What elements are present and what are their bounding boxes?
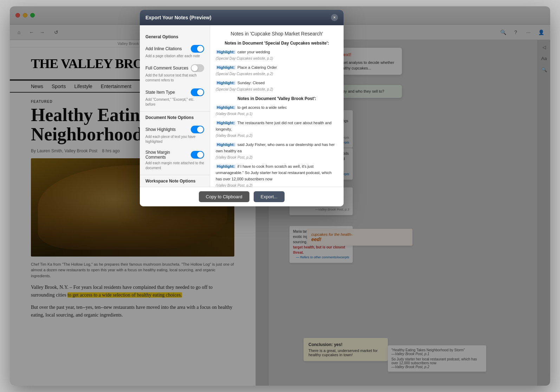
hl-label-4: Highlight: [216,105,236,109]
copy-to-clipboard-button[interactable]: Copy to Clipboard [199,191,249,202]
preview-title: Notes in 'Cupcake Shop Market Research' [216,31,338,36]
hl-label-5: Highlight: [216,121,236,125]
hl-label-1: Highlight: [216,50,236,54]
hl-source-4: (Valley Brook Post, p.1) [216,112,253,116]
hl-source-5: (Valley Brook Post, p.2) [216,134,253,138]
highlight-item-2: Highlight: Place a Catering Order (Speci… [216,64,338,77]
modal-header: Export Your Notes (Preview) × [140,10,344,25]
export-modal: Export Your Notes (Preview) × General Op… [140,10,344,206]
toggle-show-margin-comments[interactable] [191,151,204,159]
doc1-header: Notes in Document 'Special Day Cupcakes … [216,41,338,46]
toggle-inline-citations[interactable] [191,45,204,53]
option-inline-citations[interactable]: Add Inline Citations Add a page citation… [140,42,210,61]
modal-body: General Options Add Inline Citations Add… [140,25,344,187]
modal-footer: Copy to Clipboard Export... [140,187,344,206]
export-button[interactable]: Export... [254,191,285,202]
hl-text-3: Sunday: Closed [237,81,265,85]
option-show-margin-comments[interactable]: Show Margin Comments Add each margin not… [140,147,210,173]
highlight-item-6: Highlight: said Judy Fisher, who owns a … [216,141,338,160]
modal-overlay: Export Your Notes (Preview) × General Op… [10,6,550,386]
toggle-show-highlights[interactable] [191,126,204,133]
hl-source-7: (Valley Brook Post, p.2) [216,184,253,187]
general-options-title: General Options [140,32,210,42]
workspace-note-options-title: Workspace Note Options [140,177,210,186]
hl-label-6: Highlight: [216,142,236,147]
hl-source-3: (Special Day Cupcakes website, p.2) [216,87,273,91]
highlight-item-1: Highlight: cater your wedding (Special D… [216,48,338,61]
toggle-full-comment-sources[interactable] [191,64,204,72]
option-full-comment-sources[interactable]: Full Comment Sources Add the full source… [140,61,210,86]
modal-title: Export Your Notes (Preview) [145,15,211,20]
option-show-comments[interactable]: Show Comments Add each comment that is i… [140,186,210,187]
modal-preview-panel: Notes in 'Cupcake Shop Market Research' … [210,25,344,187]
highlight-item-7: Highlight: if I have to cook from scratc… [216,163,338,187]
option-state-item-type[interactable]: State Item Type Add "Comment," "Excerpt,… [140,86,210,110]
hl-label-7: Highlight: [216,164,236,168]
toggle-state-item-type[interactable] [191,88,204,96]
hl-text-2: Place a Catering Order [237,65,277,69]
hl-source-6: (Valley Brook Post, p.2) [216,155,253,159]
section-divider-1 [140,111,210,112]
hl-source-1: (Special Day Cupcakes website, p.1) [216,57,273,60]
hl-label-3: Highlight: [216,81,236,85]
highlight-item-5: Highlight: The restaurants here just did… [216,119,338,138]
highlight-item-3: Highlight: Sunday: Closed (Special Day C… [216,79,338,92]
section-divider-2 [140,175,210,175]
option-show-highlights[interactable]: Show Highlights Add each piece of text y… [140,123,210,147]
highlight-item-4: Highlight: to get access to a wide selec… [216,104,338,117]
modal-options-panel: General Options Add Inline Citations Add… [140,25,210,187]
modal-close-button[interactable]: × [331,14,338,21]
hl-label-2: Highlight: [216,65,236,69]
main-window: Cupcake Shop Market Research ⌂ ← → ↺ A ✏… [10,6,550,386]
doc2-header: Notes in Document 'Valley Brook Post': [216,96,338,101]
hl-text-1: cater your wedding [237,50,270,54]
doc-note-options-title: Document Note Options [140,113,210,123]
hl-text-4: to get access to a wide selec [237,105,287,109]
hl-source-2: (Special Day Cupcakes website, p.2) [216,72,273,76]
